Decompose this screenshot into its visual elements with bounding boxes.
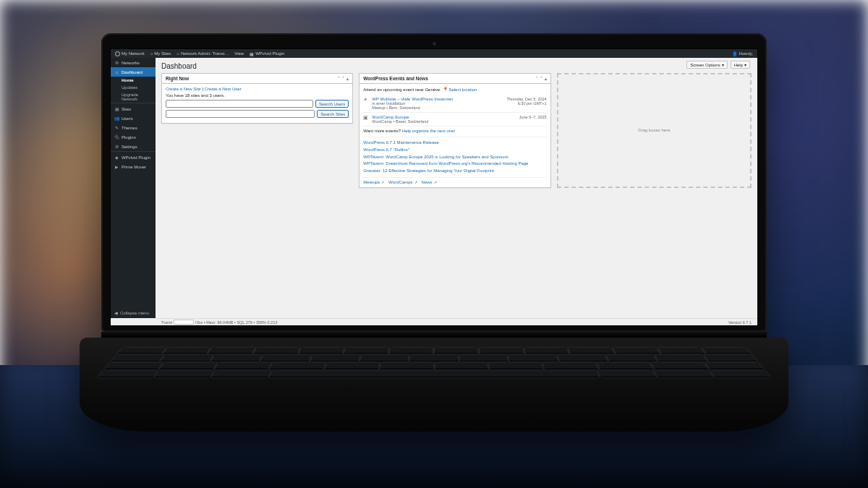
ab-view[interactable]: View [234,51,244,56]
ab-wpvivid[interactable]: ▦WPvivid Plugin [250,51,284,56]
quick-actions: Create a New Site | Create a New User [166,87,349,91]
select-location-link[interactable]: Select location [448,87,477,92]
menu-settings[interactable]: ⚙Settings [111,142,156,151]
news-link[interactable]: WordPress 6.7.1 Maintenance Release [363,140,546,147]
laptop: My Network ⌂My Sites ⌂Network Admin: Tra… [101,33,767,432]
prime-mover-icon: ▶ [114,164,119,169]
chevron-down-icon: ▾ [722,62,724,67]
news-footer: Meetups↗ WordCamps↗ News↗ [363,177,546,184]
wp-admin: My Network ⌂My Sites ⌂Network Admin: Tra… [111,49,757,325]
ab-howdy[interactable]: 👤Howdy, [732,51,753,56]
ab-network-admin[interactable]: ⌂Network Admin: Transt… [176,51,229,56]
toggle-icon[interactable]: ▴ [346,76,349,81]
search-users-button[interactable]: Search Users [315,100,349,108]
news-link-footer[interactable]: News↗ [422,180,437,184]
settings-icon: ⚙ [114,144,119,149]
create-site-link[interactable]: Create a New Site [166,87,201,91]
search-users-row: Search Users [166,100,349,108]
menu-dashboard[interactable]: ⌂Dashboard [111,67,156,77]
chevron-up-icon[interactable]: ˄ [536,76,538,81]
empty-drop-zone[interactable]: Drag boxes here [557,73,752,188]
news-link[interactable]: WPTavern: DreamHost Removed from WordPre… [363,160,546,168]
sites-icon: ⌂ [150,51,153,56]
menu-wpvivid[interactable]: ◆WPvivid Plugin [111,151,156,162]
wpvivid-icon: ◆ [114,155,119,160]
widget-title: Right Now [166,76,189,81]
wordcamps-link[interactable]: WordCamps↗ [388,180,417,184]
submenu-upgrade-network[interactable]: Upgrade Network [111,91,156,103]
event-date: June 5–7, 2025 [502,115,547,124]
menu-prime-mover[interactable]: ▶Prime Mover [111,162,156,171]
search-sites-input[interactable] [166,110,315,118]
search-users-input[interactable] [166,100,313,108]
screen-options-toggle[interactable]: Screen Options▾ [686,61,727,69]
page-title: Dashboard [161,62,752,70]
search-sites-button[interactable]: Search Sites [317,110,349,118]
footer-transl-label: Transl [161,320,172,325]
plugins-icon: 🔌 [114,134,119,140]
wordcamp-icon: ▣ [363,115,369,124]
submenu-home[interactable]: Home [111,77,156,84]
external-icon: ↗ [381,180,384,184]
laptop-base [80,338,788,432]
footer-transl-input[interactable] [174,320,194,325]
event-date: Thursday, Dec 5, 2024 6:30 pm GMT+1 [502,97,547,110]
widget-column-1: Right Now ˄ ˅ ▴ [161,73,353,188]
laptop-hinge [101,332,767,338]
themes-icon: ✎ [114,125,119,130]
news-link[interactable]: WPTavern: WordCamp Europe 2025 is Lookin… [363,154,546,161]
chevron-down-icon: ▾ [744,62,746,67]
admin-sidebar: ⚙Networks ⌂Dashboard Home Updates Upgrad… [111,58,156,318]
dashboard-widgets: Right Now ˄ ˅ ▴ [161,73,752,188]
help-toggle[interactable]: Help▾ [731,61,750,69]
wp-body: ⚙Networks ⌂Dashboard Home Updates Upgrad… [111,58,757,318]
drop-zone-label: Drag boxes here [638,128,670,132]
menu-users[interactable]: 👥Users [111,114,156,123]
news-list: WordPress 6.7.1 Maintenance Release Word… [363,137,546,175]
collapse-menu[interactable]: ◀Collapse menu [111,307,156,318]
chevron-down-icon[interactable]: ˅ [342,76,344,81]
footer-stats: Obs • Mem: 96.04MB • SQL 279 • 358% 0.21… [195,320,277,325]
event-item: ▣ WordCamp Europe WordCamp • Basel, Swit… [363,113,546,127]
meetup-icon: ☀ [363,97,369,110]
ab-my-sites[interactable]: ⌂My Sites [150,51,171,56]
organize-event-link[interactable]: Help organize the next one! [402,129,455,133]
wp-logo-icon [115,51,120,56]
collapse-icon: ◀ [114,310,118,315]
widget-header[interactable]: WordPress Events and News ˄ ˅ ▴ [359,74,550,84]
webcam [433,42,436,46]
news-link[interactable]: WordPress 6.7 "Rollins" [363,147,546,154]
plugin-icon: ▦ [250,51,254,56]
toggle-icon[interactable]: ▴ [545,76,547,81]
admin-content: Dashboard Right Now ˄ ˅ [156,58,757,318]
widget-column-2: WordPress Events and News ˄ ˅ ▴ [359,73,550,188]
network-icon: ⌂ [176,51,179,56]
menu-networks[interactable]: ⚙Networks [111,58,156,67]
widget-body: Create a New Site | Create a New User Yo… [162,84,352,123]
external-icon: ↗ [434,180,437,184]
menu-plugins[interactable]: 🔌Plugins [111,132,156,142]
chevron-down-icon[interactable]: ˅ [540,76,542,81]
network-icon: ⚙ [114,60,119,65]
event-item: ☀ WP Multisite – Viele WordPress Instanz… [363,95,546,113]
widget-right-now: Right Now ˄ ˅ ▴ [161,73,353,124]
widget-events-news: WordPress Events and News ˄ ˅ ▴ [359,73,550,188]
menu-sites[interactable]: ▦Sites [111,103,156,114]
ab-my-network[interactable]: My Network [115,51,145,56]
submenu-updates[interactable]: Updates [111,84,156,91]
create-user-link[interactable]: Create a New User [205,87,242,91]
widget-header[interactable]: Right Now ˄ ˅ ▴ [162,74,352,84]
search-sites-row: Search Sites [166,110,349,118]
footer-version: Version 6.7.1 [728,320,752,325]
chevron-up-icon[interactable]: ˄ [338,76,340,81]
widget-body: Attend an upcoming event near Genève. 📍 … [359,84,550,187]
dashboard-icon: ⌂ [114,69,119,74]
sites-icon: ▦ [114,106,119,111]
admin-footer: Transl Obs • Mem: 96.04MB • SQL 279 • 35… [156,318,757,325]
news-link[interactable]: Gravatar: 12 Effective Strategies for Ma… [363,168,546,175]
user-icon: 👤 [732,51,737,56]
laptop-bezel: My Network ⌂My Sites ⌂Network Admin: Tra… [101,33,767,332]
events-intro: Attend an upcoming event near Genève. 📍 … [363,87,546,92]
menu-themes[interactable]: ✎Themes [111,123,156,132]
meetups-link[interactable]: Meetups↗ [363,180,384,184]
